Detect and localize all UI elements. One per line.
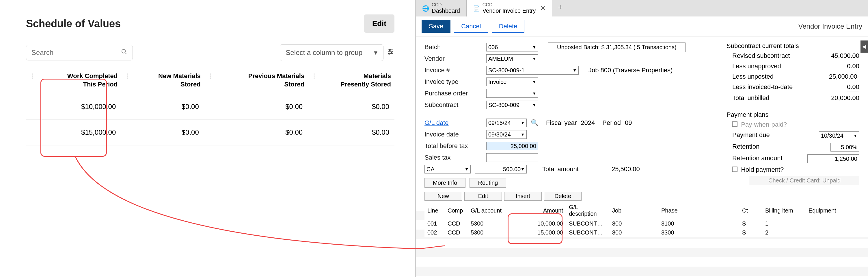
- retention-input[interactable]: [831, 143, 859, 151]
- cell: S: [739, 228, 762, 237]
- delete-button[interactable]: Delete: [492, 20, 525, 33]
- cell: $0.00: [204, 94, 308, 120]
- cell: $0.00: [308, 120, 395, 145]
- invoice-num-label: Invoice #: [425, 66, 482, 74]
- invoice-date-select[interactable]: 09/30/24▼: [486, 130, 527, 139]
- line-item-grid: Line Comp G/L account Amount G/L descrip…: [425, 202, 868, 237]
- total-unbilled-value: 20,000.00: [831, 94, 859, 102]
- tab-bar: 🌐 CCD Dashboard 📄 CCD Vendor Invoice Ent…: [416, 0, 868, 17]
- batch-select[interactable]: 006▼: [486, 43, 538, 52]
- col-amount[interactable]: Amount: [511, 202, 566, 219]
- grid-edit-button[interactable]: Edit: [464, 192, 502, 201]
- col-job[interactable]: Job: [609, 202, 658, 219]
- search-input[interactable]: [31, 49, 121, 57]
- batch-label: Batch: [425, 44, 482, 51]
- tab-label: Dashboard: [432, 7, 460, 14]
- invoice-type-select[interactable]: Invoice▼: [486, 78, 538, 86]
- pwp-checkbox[interactable]: [732, 121, 738, 127]
- cell: 3300: [658, 228, 739, 237]
- gl-date-select[interactable]: 09/15/24▼: [486, 118, 527, 127]
- save-button[interactable]: Save: [422, 20, 451, 33]
- svg-point-7: [389, 53, 390, 54]
- grid-delete-button[interactable]: Delete: [544, 192, 582, 201]
- col-ct[interactable]: Ct: [739, 202, 762, 219]
- col-presently-stored[interactable]: ⋮MaterialsPresently Stored: [308, 67, 395, 94]
- total-before-tax-label: Total before tax: [425, 142, 482, 150]
- magnify-icon[interactable]: 🔍: [531, 119, 538, 127]
- col-gl[interactable]: G/L account: [468, 202, 511, 219]
- grid-row[interactable]: 002CCD530015,000.00SUBCONT…8003300S2: [425, 228, 868, 237]
- chevron-down-icon: ▼: [521, 167, 525, 171]
- column-menu-icon[interactable]: ⋮: [124, 72, 130, 80]
- tax-amount-select[interactable]: 500.00▼: [475, 165, 527, 173]
- col-comp[interactable]: Comp: [445, 202, 468, 219]
- check-credit-button[interactable]: Check / Credit Card: Unpaid: [750, 176, 859, 185]
- payment-due-label: Payment due: [726, 131, 770, 140]
- more-info-button[interactable]: More Info: [425, 178, 465, 188]
- vendor-label: Vendor: [425, 55, 482, 62]
- cell: 15,000.00: [511, 228, 566, 237]
- sales-tax-label: Sales tax: [425, 154, 482, 161]
- fiscal-year-value: 2024: [581, 119, 595, 127]
- column-menu-icon[interactable]: ⋮: [311, 72, 317, 80]
- cell: 3100: [658, 219, 739, 228]
- po-select[interactable]: ▼: [486, 89, 538, 98]
- edit-button[interactable]: Edit: [364, 15, 395, 33]
- column-menu-icon[interactable]: ⋮: [29, 72, 35, 80]
- sales-tax-input[interactable]: [486, 153, 538, 162]
- vendor-select[interactable]: AMELUM▼: [486, 54, 538, 63]
- vendor-invoice-panel: 🌐 CCD Dashboard 📄 CCD Vendor Invoice Ent…: [416, 0, 868, 277]
- table-row[interactable]: $10,000.00$0.00$0.00$0.00: [26, 94, 395, 120]
- chevron-down-icon: ▾: [374, 49, 377, 57]
- routing-button[interactable]: Routing: [469, 178, 506, 188]
- svg-line-1: [125, 53, 127, 54]
- total-unbilled-label: Total unbilled: [726, 94, 769, 102]
- retention-amt-input[interactable]: [807, 155, 859, 163]
- grid-insert-button[interactable]: Insert: [504, 192, 542, 201]
- globe-icon: 🌐: [422, 5, 429, 12]
- file-icon: 📄: [473, 5, 480, 12]
- column-menu-icon[interactable]: ⋮: [208, 72, 213, 80]
- col-equip[interactable]: Equipment: [806, 202, 868, 219]
- col-new-materials[interactable]: ⋮New MaterialsStored: [121, 67, 204, 94]
- hold-label: Hold payment?: [741, 166, 784, 173]
- total-before-tax-input[interactable]: [486, 142, 538, 150]
- invoice-job-label: Job 800 (Traverse Properties): [588, 66, 673, 74]
- table-row[interactable]: $15,000.00$0.00$0.00$0.00: [26, 120, 395, 145]
- chevron-down-icon: ▼: [532, 45, 536, 50]
- less-unposted-label: Less unposted: [726, 73, 774, 80]
- group-select[interactable]: Select a column to group ▾: [280, 44, 384, 61]
- col-prev-materials[interactable]: ⋮Previous MaterialsStored: [204, 67, 308, 94]
- po-label: Purchase order: [425, 90, 482, 97]
- cell: [806, 228, 868, 237]
- col-work-completed[interactable]: ⋮Work CompletedThis Period: [26, 67, 121, 94]
- tab-dashboard[interactable]: 🌐 CCD Dashboard: [416, 0, 467, 17]
- cancel-button[interactable]: Cancel: [454, 20, 488, 33]
- tab-vendor-invoice[interactable]: 📄 CCD Vendor Invoice Entry ✕: [467, 0, 552, 17]
- subcontract-select[interactable]: SC-800-009▼: [486, 101, 538, 109]
- gl-date-link[interactable]: G/L date: [425, 119, 482, 127]
- add-tab-button[interactable]: +: [552, 0, 568, 17]
- less-invoiced-label: Less invoiced-to-date: [726, 83, 793, 91]
- payment-due-select[interactable]: 10/30/24▼: [819, 131, 859, 140]
- tune-icon[interactable]: [387, 48, 395, 58]
- grid-row[interactable]: 001CCD530010,000.00SUBCONT…8003100S1: [425, 219, 868, 228]
- cell: SUBCONT…: [566, 219, 609, 228]
- sov-header-row: ⋮Work CompletedThis Period ⋮New Material…: [26, 67, 395, 94]
- tax-code-select[interactable]: CA▼: [425, 165, 471, 173]
- period-label: Period: [602, 119, 621, 127]
- col-desc[interactable]: G/L description: [566, 202, 609, 219]
- invoice-num-select[interactable]: SC-800-009-1▼: [486, 66, 579, 75]
- hold-checkbox[interactable]: [732, 167, 738, 172]
- close-icon[interactable]: ✕: [540, 5, 546, 12]
- col-line[interactable]: Line: [425, 202, 445, 219]
- cell: $15,000.00: [26, 120, 121, 145]
- col-bill[interactable]: Billing item: [762, 202, 806, 219]
- sov-title: Schedule of Values: [26, 18, 121, 30]
- side-handle[interactable]: ◀: [861, 40, 868, 53]
- cell: 2: [762, 228, 806, 237]
- search-box[interactable]: [26, 45, 133, 60]
- grid-new-button[interactable]: New: [425, 192, 462, 201]
- col-phase[interactable]: Phase: [658, 202, 739, 219]
- chevron-down-icon: ▼: [521, 132, 525, 137]
